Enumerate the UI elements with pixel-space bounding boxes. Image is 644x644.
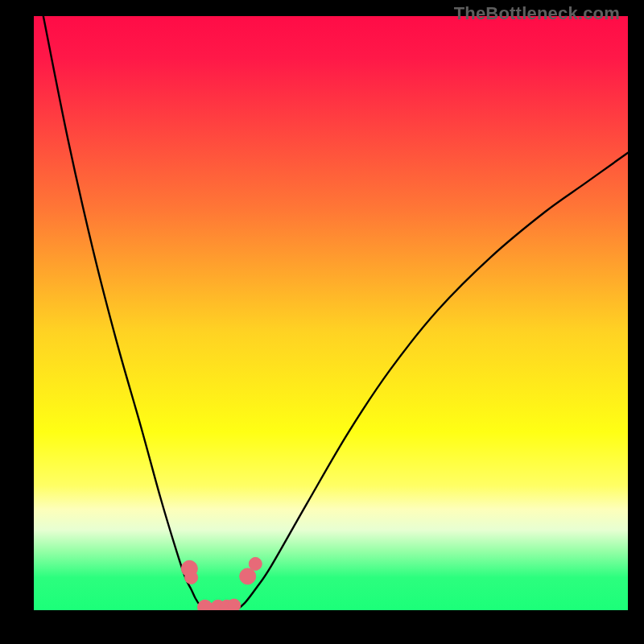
data-point-marker [240, 568, 256, 584]
data-point-marker [181, 560, 197, 576]
data-point-marker [185, 571, 198, 584]
watermark-text: TheBottleneck.com [454, 3, 620, 24]
data-point-marker [198, 600, 213, 610]
curve-curve-left [43, 16, 206, 610]
curve-curve-right [236, 153, 628, 610]
chart-svg-layer [34, 16, 628, 610]
data-point-marker [200, 601, 213, 610]
data-point-marker [228, 599, 241, 610]
chart-plot-area [34, 16, 628, 610]
chart-outer-frame: TheBottleneck.com [0, 0, 644, 644]
data-point-marker [220, 600, 234, 610]
data-point-marker [211, 600, 225, 610]
data-point-marker [249, 557, 262, 570]
